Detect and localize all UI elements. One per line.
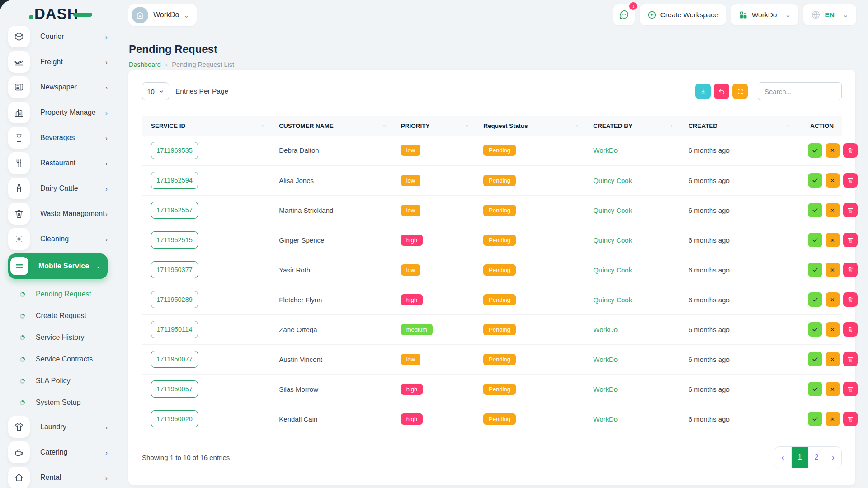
created-cell: 6 months ago	[679, 344, 796, 374]
sidebar-item-laundry[interactable]: Laundry›	[8, 416, 108, 438]
approve-button[interactable]	[808, 173, 822, 188]
reject-button[interactable]	[826, 292, 840, 307]
export-button[interactable]	[695, 84, 711, 99]
sidebar-subitem-service-history[interactable]: Service History	[8, 327, 108, 348]
sidebar-item-dairy-cattle[interactable]: Dairy Cattle›	[8, 178, 108, 199]
reject-button[interactable]	[826, 412, 840, 426]
created-by-link[interactable]: Quincy Cook	[593, 206, 632, 214]
pending-request-card: 10 Entries Per Page	[128, 70, 855, 485]
sidebar-submenu: Pending RequestCreate RequestService His…	[8, 281, 108, 416]
created-by-link[interactable]: WorkDo	[593, 146, 618, 154]
reject-button[interactable]	[826, 352, 840, 366]
sidebar-item-catering[interactable]: Catering›	[8, 441, 108, 463]
pagination-next-button[interactable]: ›	[825, 447, 841, 468]
sidebar-subitem-create-request[interactable]: Create Request	[8, 305, 108, 327]
sidebar-subitem-service-contracts[interactable]: Service Contracts	[8, 348, 108, 370]
service-id-button[interactable]: 1711950057	[151, 380, 198, 398]
sidebar-item-mobile-service[interactable]: Mobile Service⌄	[8, 253, 108, 279]
entries-per-page-select[interactable]: 10	[142, 82, 169, 100]
x-icon	[829, 356, 836, 363]
delete-button[interactable]	[843, 322, 858, 337]
pagination-previous-button[interactable]: ‹	[774, 447, 791, 468]
delete-button[interactable]	[843, 292, 858, 307]
delete-button[interactable]	[843, 382, 858, 396]
delete-button[interactable]	[843, 173, 858, 188]
pagination-page-1[interactable]: 1	[791, 447, 808, 468]
brand-logo[interactable]: DASH	[29, 5, 92, 23]
service-id-button[interactable]: 1711952515	[151, 231, 198, 249]
sidebar-item-courier[interactable]: Courier›	[8, 26, 108, 47]
approve-button[interactable]	[808, 322, 822, 337]
service-id-button[interactable]: 1711950289	[151, 291, 198, 308]
created-by-link[interactable]: WorkDo	[593, 415, 618, 423]
delete-button[interactable]	[843, 263, 858, 277]
table-row: 1711950289Fletcher FlynnhighPendingQuinc…	[142, 285, 842, 314]
column-header-request-status[interactable]: Request Status↑↓	[474, 116, 584, 136]
breadcrumb-dashboard-link[interactable]: Dashboard	[129, 61, 161, 68]
approve-button[interactable]	[808, 143, 822, 158]
sidebar-item-label: Rental	[40, 474, 61, 482]
request-status-badge: Pending	[483, 205, 516, 216]
approve-button[interactable]	[808, 263, 822, 277]
created-by-link[interactable]: WorkDo	[593, 385, 618, 393]
sidebar-item-waste-management[interactable]: Waste Management›	[8, 203, 108, 225]
refresh-button[interactable]	[732, 84, 748, 99]
created-by-link[interactable]: WorkDo	[593, 326, 618, 333]
approve-button[interactable]	[808, 352, 822, 366]
sidebar-item-restaurant[interactable]: Restaurant›	[8, 152, 108, 174]
sidebar-item-cleaning[interactable]: Cleaning›	[8, 228, 108, 250]
reject-button[interactable]	[826, 263, 840, 277]
delete-button[interactable]	[843, 233, 858, 247]
created-by-link[interactable]: Quincy Cook	[593, 177, 632, 184]
request-status-badge: Pending	[483, 354, 516, 365]
delete-button[interactable]	[843, 412, 858, 426]
approve-button[interactable]	[808, 292, 822, 307]
approve-button[interactable]	[808, 203, 822, 217]
undo-button[interactable]	[714, 84, 729, 99]
pagination-page-2[interactable]: 2	[808, 447, 825, 468]
created-by-link[interactable]: Quincy Cook	[593, 236, 632, 244]
sidebar-item-rental[interactable]: Rental›	[8, 467, 108, 488]
service-id-button[interactable]: 1711952557	[151, 202, 198, 219]
column-header-priority[interactable]: PRIORITY↑↓	[392, 116, 475, 136]
reject-button[interactable]	[826, 233, 840, 247]
delete-button[interactable]	[843, 143, 858, 158]
service-id-button[interactable]: 1711950020	[151, 410, 198, 427]
approve-button[interactable]	[808, 233, 822, 247]
sidebar-item-freight[interactable]: Freight›	[8, 51, 108, 73]
approve-button[interactable]	[808, 382, 822, 396]
sidebar-subitem-pending-request[interactable]: Pending Request	[8, 283, 108, 305]
customer-name-cell: Fletcher Flynn	[270, 285, 392, 314]
service-id-button[interactable]: 1711950114	[151, 321, 198, 338]
approve-button[interactable]	[808, 412, 822, 426]
newspaper-icon-box	[8, 76, 30, 98]
created-cell: 6 months ago	[679, 165, 796, 195]
service-id-button[interactable]: 1711950377	[151, 261, 198, 278]
service-id-button[interactable]: 1711950077	[151, 351, 198, 368]
created-by-link[interactable]: Quincy Cook	[593, 266, 632, 274]
created-by-link[interactable]: Quincy Cook	[593, 296, 632, 304]
reject-button[interactable]	[826, 322, 840, 337]
reject-button[interactable]	[826, 382, 840, 396]
delete-button[interactable]	[843, 352, 858, 366]
service-id-button[interactable]: 1711952594	[151, 172, 198, 189]
sidebar-subitem-system-setup[interactable]: System Setup	[8, 392, 108, 413]
created-by-link[interactable]: WorkDo	[593, 356, 618, 363]
reject-button[interactable]	[826, 143, 840, 158]
column-header-customer-name[interactable]: CUSTOMER NAME↑↓	[270, 116, 392, 136]
x-icon	[829, 326, 836, 333]
delete-button[interactable]	[843, 203, 858, 217]
sidebar-subitem-sla-policy[interactable]: SLA Policy	[8, 370, 108, 392]
sidebar-item-beverages[interactable]: Beverages›	[8, 127, 108, 149]
search-input[interactable]	[758, 82, 842, 100]
service-id-button[interactable]: 1711969535	[151, 142, 198, 159]
column-header-created-by[interactable]: CREATED BY↑↓	[584, 116, 679, 136]
reject-button[interactable]	[826, 203, 840, 217]
column-header-service-id[interactable]: SERVICE ID↑↓	[142, 116, 270, 136]
customer-name-cell: Zane Ortega	[270, 314, 392, 344]
column-header-created[interactable]: CREATED↑↓	[679, 116, 796, 136]
sidebar-item-property-manage[interactable]: Property Manage›	[8, 102, 108, 123]
reject-button[interactable]	[826, 173, 840, 188]
sidebar-item-newspaper[interactable]: Newspaper›	[8, 76, 108, 98]
mobile-service-icon	[14, 261, 24, 271]
